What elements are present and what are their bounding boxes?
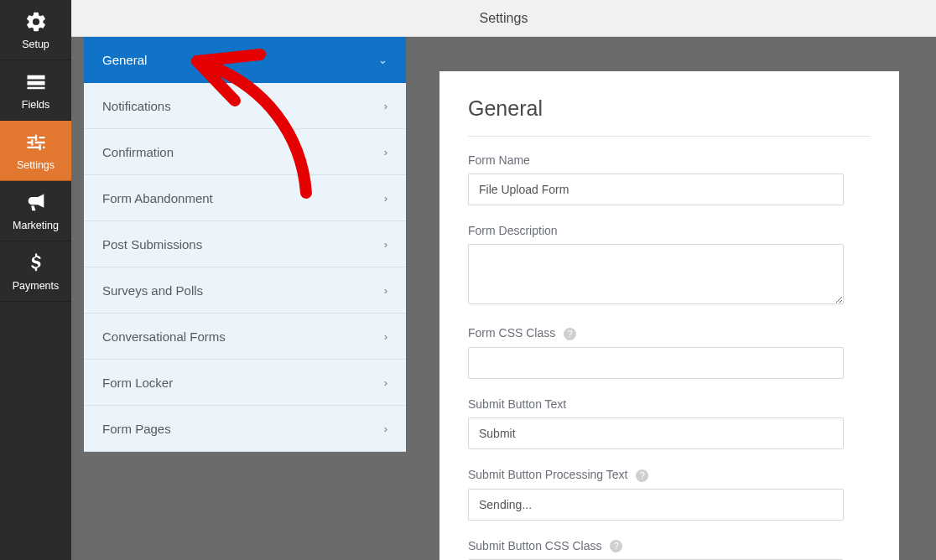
field-submit-button-css-class: Submit Button CSS Class ? (468, 539, 871, 560)
nav-label-marketing: Marketing (13, 220, 59, 231)
field-form-name: Form Name (468, 153, 871, 205)
input-submit-processing-text[interactable] (468, 489, 844, 521)
nav-label-setup: Setup (22, 39, 49, 50)
label-form-name: Form Name (468, 153, 871, 167)
nav-item-payments[interactable]: Payments (0, 241, 71, 302)
chevron-right-icon: › (384, 423, 387, 435)
form-settings-panel: General Form Name Form Description Form … (439, 71, 899, 560)
dollar-icon (24, 251, 48, 275)
settings-row-label: Post Submissions (102, 237, 202, 251)
settings-row-label: Confirmation (102, 145, 174, 159)
help-icon[interactable]: ? (564, 328, 576, 340)
topbar: Settings (71, 0, 936, 37)
field-form-css-class: Form CSS Class ? (468, 326, 871, 379)
chevron-right-icon: › (384, 238, 387, 251)
help-icon[interactable]: ? (636, 469, 648, 482)
chevron-right-icon: › (384, 146, 387, 158)
nav-item-settings[interactable]: Settings (0, 121, 71, 181)
field-submit-button-text: Submit Button Text (468, 397, 871, 449)
label-submit-processing-text: Submit Button Processing Text ? (468, 468, 871, 482)
settings-row-post-submissions[interactable]: Post Submissions › (84, 221, 406, 267)
form-heading: General (468, 96, 871, 137)
gear-icon (24, 10, 48, 34)
chevron-right-icon: › (384, 192, 387, 205)
help-icon[interactable]: ? (610, 540, 622, 552)
settings-row-surveys-and-polls[interactable]: Surveys and Polls › (84, 267, 406, 314)
settings-row-label: Form Pages (102, 422, 171, 436)
sliders-icon (24, 131, 48, 154)
nav-item-setup[interactable]: Setup (0, 0, 71, 60)
chevron-right-icon: › (384, 100, 387, 112)
settings-row-confirmation[interactable]: Confirmation › (84, 129, 406, 175)
settings-row-form-pages[interactable]: Form Pages › (84, 406, 406, 452)
settings-row-label: Conversational Forms (102, 329, 226, 344)
chevron-right-icon: › (384, 284, 387, 297)
label-submit-button-css-class: Submit Button CSS Class ? (468, 539, 871, 553)
chevron-right-icon: › (384, 330, 387, 343)
settings-row-label: General (102, 53, 147, 67)
input-form-name[interactable] (468, 174, 844, 205)
nav-item-marketing[interactable]: Marketing (0, 181, 71, 241)
input-form-description[interactable] (468, 244, 844, 304)
left-nav: Setup Fields Settings Marketing Payments (0, 0, 71, 560)
settings-row-conversational-forms[interactable]: Conversational Forms › (84, 314, 406, 360)
input-form-css-class[interactable] (468, 347, 844, 379)
bullhorn-icon (24, 191, 48, 215)
label-form-description: Form Description (468, 224, 871, 237)
settings-row-general[interactable]: General ⌄ (84, 37, 406, 83)
field-submit-processing-text: Submit Button Processing Text ? (468, 468, 871, 521)
nav-label-payments: Payments (13, 280, 60, 292)
chevron-right-icon: › (384, 376, 387, 389)
settings-row-label: Notifications (102, 99, 171, 113)
page-title: Settings (480, 11, 528, 26)
input-submit-button-text[interactable] (468, 417, 844, 449)
settings-row-form-abandonment[interactable]: Form Abandonment › (84, 175, 406, 221)
nav-item-fields[interactable]: Fields (0, 60, 71, 121)
nav-label-settings: Settings (17, 159, 55, 171)
settings-row-label: Surveys and Polls (102, 283, 203, 298)
settings-row-form-locker[interactable]: Form Locker › (84, 360, 406, 406)
field-form-description: Form Description (468, 224, 871, 308)
label-form-css-class: Form CSS Class ? (468, 326, 871, 340)
label-submit-button-text: Submit Button Text (468, 397, 871, 411)
settings-row-label: Form Locker (102, 376, 173, 390)
settings-row-label: Form Abandonment (102, 191, 213, 205)
settings-list: General ⌄ Notifications › Confirmation ›… (84, 37, 406, 452)
nav-label-fields: Fields (22, 99, 49, 111)
settings-row-notifications[interactable]: Notifications › (84, 83, 406, 129)
chevron-down-icon: ⌄ (378, 54, 387, 66)
fields-icon (24, 70, 48, 94)
